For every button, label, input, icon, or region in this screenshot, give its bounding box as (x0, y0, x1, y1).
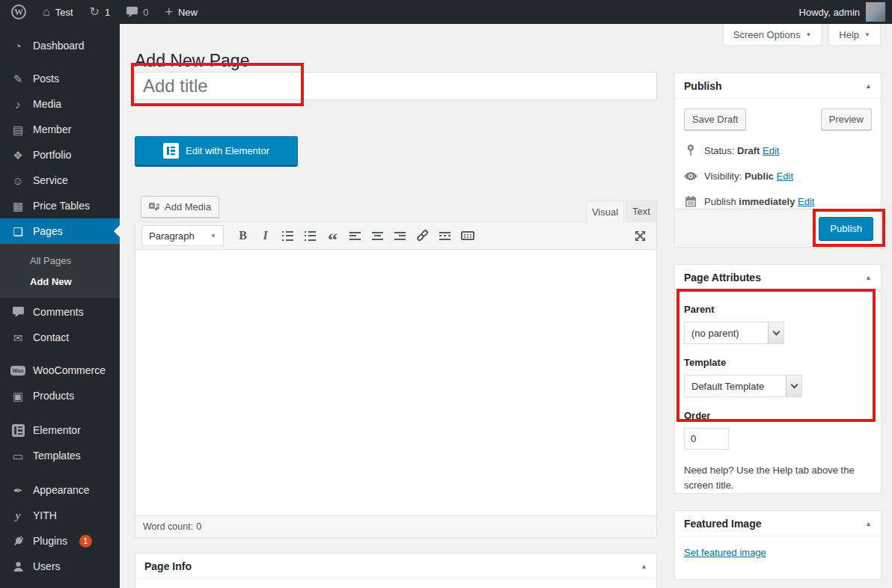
template-select[interactable]: Default Template (684, 375, 802, 397)
screen-options-tab[interactable]: Screen Options ▼ (723, 24, 822, 46)
comments-bubble-icon (126, 7, 138, 17)
media-icon: ♪ (10, 99, 25, 110)
word-count-label: Word count: (143, 521, 193, 532)
yith-icon: y (10, 510, 25, 521)
read-more-tag-button[interactable] (435, 227, 455, 245)
sidebar-item-service[interactable]: ☺ Service (0, 168, 120, 193)
sidebar-item-comments[interactable]: Comments (0, 299, 120, 325)
bullet-list-icon (282, 231, 293, 241)
admin-bar-right: Howdy, admin (799, 2, 892, 22)
sidebar-item-yith[interactable]: y YITH (0, 503, 120, 528)
sidebar-label: Products (33, 390, 74, 402)
sidebar-item-plugins[interactable]: Plugins 1 (0, 528, 120, 554)
sidebar-item-dashboard[interactable]: ◔ Dashboard (0, 33, 120, 58)
editor-statusbar: Word count: 0 (135, 515, 656, 537)
numbered-list-button[interactable] (300, 227, 320, 245)
align-center-button[interactable] (367, 227, 388, 245)
page-attributes-help-text: Need help? Use the Help tab above the sc… (684, 463, 875, 493)
featured-image-title: Featured Image (684, 518, 761, 530)
visibility-text: Visibility: Public Edit (704, 171, 793, 182)
bullet-list-button[interactable] (278, 227, 298, 245)
howdy-account-menu[interactable]: Howdy, admin (799, 7, 860, 18)
sidebar-item-products[interactable]: ▣ Products (0, 383, 120, 408)
home-icon: ⌂ (43, 6, 50, 18)
sidebar-item-elementor[interactable]: Elementor (0, 417, 120, 443)
help-tab[interactable]: Help ▼ (828, 24, 881, 46)
sidebar-label: Comments (33, 306, 84, 318)
page-attributes-header[interactable]: Page Attributes ▲ (675, 265, 881, 290)
set-featured-image-link[interactable]: Set featured image (684, 547, 766, 558)
edit-status-link[interactable]: Edit (763, 145, 779, 156)
comments-menu[interactable]: 0 (118, 0, 156, 24)
sidebar-item-templates[interactable]: ▭ Templates (0, 443, 120, 468)
parent-select[interactable]: (no parent) (684, 322, 784, 344)
collapse-arrow-icon[interactable]: ▲ (865, 520, 872, 527)
featured-image-header[interactable]: Featured Image ▲ (675, 511, 881, 536)
submenu-item-all-pages[interactable]: All Pages (0, 250, 120, 271)
sidebar-item-partial[interactable] (0, 582, 120, 588)
sidebar-item-media[interactable]: ♪ Media (0, 91, 120, 117)
keyboard-icon (461, 231, 474, 240)
sidebar-item-woocommerce[interactable]: Woo WooCommerce (0, 358, 120, 383)
parent-select-value: (no parent) (685, 322, 768, 343)
editor-tab-text[interactable]: Text (626, 200, 657, 221)
blockquote-button[interactable]: “ (323, 227, 343, 245)
publish-header[interactable]: Publish ▲ (675, 73, 881, 99)
content-editor: Paragraph ▼ B I “ Word count: 0 (135, 221, 657, 538)
align-right-button[interactable] (390, 227, 410, 245)
italic-button[interactable]: I (255, 227, 275, 245)
admin-sidebar-menu: ◔ Dashboard ✎ Posts ♪ Media ▤ Member ❖ P… (0, 24, 120, 588)
publish-button[interactable]: Publish (819, 217, 873, 240)
sidebar-item-users[interactable]: Users (0, 554, 120, 579)
numbered-list-icon (305, 231, 316, 241)
save-draft-button[interactable]: Save Draft (684, 108, 746, 130)
editor-content-area[interactable] (135, 250, 656, 515)
page-info-header[interactable]: Page Info ▲ (135, 554, 656, 579)
align-left-button[interactable] (345, 227, 365, 245)
collapse-arrow-icon[interactable]: ▲ (865, 274, 872, 281)
edit-visibility-link[interactable]: Edit (777, 171, 793, 182)
distraction-free-button[interactable] (630, 227, 650, 245)
collapse-arrow-icon[interactable]: ▲ (865, 82, 872, 90)
sidebar-label: Member (33, 123, 71, 135)
new-label: New (178, 7, 198, 18)
visibility-eye-icon (684, 172, 697, 180)
sidebar-item-posts[interactable]: ✎ Posts (0, 66, 120, 91)
paragraph-format-dropdown[interactable]: Paragraph ▼ (141, 225, 224, 246)
wordpress-logo-menu[interactable]: W (3, 0, 34, 24)
insert-link-button[interactable] (412, 227, 433, 245)
order-label: Order (684, 410, 872, 421)
sidebar-item-price-tables[interactable]: ▦ Price Tables (0, 193, 120, 218)
appearance-brush-icon: ✒ (10, 485, 25, 496)
chevron-down-icon: ▼ (864, 31, 870, 38)
title-input[interactable] (135, 72, 657, 100)
sidebar-item-contact[interactable]: ✉ Contact (0, 325, 120, 350)
sidebar-label: Users (33, 560, 61, 572)
edit-schedule-link[interactable]: Edit (798, 196, 814, 207)
publish-title: Publish (684, 80, 722, 92)
toolbar-toggle-button[interactable] (457, 227, 477, 245)
edit-with-elementor-button[interactable]: Edit with Elementor (135, 136, 298, 167)
bold-button[interactable]: B (233, 227, 253, 245)
editor-tab-visual[interactable]: Visual (586, 200, 624, 223)
preview-button[interactable]: Preview (821, 108, 872, 130)
order-input[interactable] (684, 428, 729, 450)
collapse-arrow-icon[interactable]: ▲ (641, 563, 647, 570)
sidebar-item-pages[interactable]: ❏ Pages (0, 218, 120, 244)
sidebar-item-appearance[interactable]: ✒ Appearance (0, 477, 120, 503)
chevron-down-icon: ▼ (805, 31, 811, 38)
add-media-label: Add Media (165, 201, 211, 212)
screen-options-label: Screen Options (733, 29, 801, 40)
site-name-menu[interactable]: ⌂ Test (34, 0, 82, 24)
submenu-item-add-new[interactable]: Add New (0, 271, 120, 292)
help-label: Help (839, 29, 859, 40)
pages-icon: ❏ (10, 226, 25, 237)
new-content-menu[interactable]: + New (156, 0, 206, 24)
schedule-value: immediately (739, 196, 795, 207)
sidebar-item-portfolio[interactable]: ❖ Portfolio (0, 142, 120, 168)
sidebar-item-member[interactable]: ▤ Member (0, 117, 120, 142)
chevron-down-icon: ▼ (210, 233, 216, 239)
updates-menu[interactable]: ↻ 1 (82, 0, 119, 24)
user-avatar[interactable] (866, 2, 885, 22)
add-media-button[interactable]: Add Media (141, 196, 219, 218)
